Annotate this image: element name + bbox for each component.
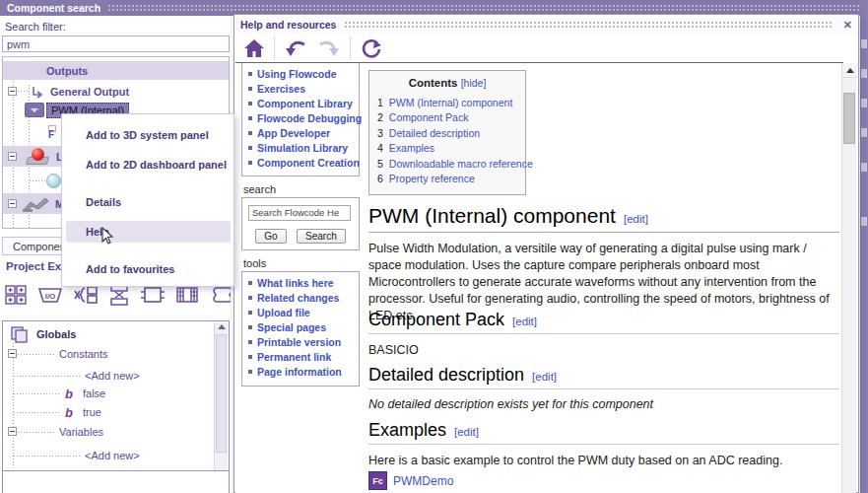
toc-link[interactable]: PWM (Internal) component [389, 97, 512, 108]
bullet-icon [248, 370, 252, 374]
bullet-icon [248, 311, 252, 315]
help-and-resources-window: Help and resources ✕ [234, 14, 859, 493]
help-scrollbar[interactable] [841, 63, 856, 493]
scrollbar-thumb[interactable] [843, 93, 855, 144]
tool-link[interactable]: Printable version [248, 335, 359, 350]
flowcode-app: Component search Search filter: Outputs … [0, 0, 868, 493]
scrollbar-track[interactable] [216, 334, 227, 453]
toc-link[interactable]: Detailed description [389, 127, 480, 139]
connection-points-icon[interactable] [4, 283, 29, 307]
close-icon[interactable]: ✕ [843, 19, 852, 32]
collapse-icon[interactable] [8, 427, 17, 436]
tool-link[interactable]: Related changes [248, 291, 359, 306]
nav-link[interactable]: App Developer [248, 125, 359, 140]
section-detailed-description: Detailed description[edit] [368, 365, 839, 389]
nav-link[interactable]: Simulation Library [248, 140, 359, 155]
nav-link[interactable]: Exercises [248, 81, 359, 96]
contents-title: Contents [409, 77, 458, 89]
back-button[interactable] [283, 37, 308, 59]
scroll-up-icon[interactable] [218, 324, 226, 329]
wiki-search-input[interactable] [248, 205, 351, 221]
bullet-icon [248, 161, 252, 165]
collapse-icon[interactable] [8, 152, 17, 161]
flowcode-file-icon: Fc [368, 471, 387, 490]
pages-icon [9, 325, 31, 343]
mouse-cursor [100, 227, 114, 246]
component-pack-text: BASICIO [368, 342, 839, 359]
toc-link[interactable]: Component Pack [389, 111, 469, 123]
edit-link[interactable]: [edit] [624, 213, 648, 225]
tree-item-add-new-constant[interactable]: <Add new> [3, 367, 140, 385]
led-icon [27, 148, 50, 165]
menu-item-help[interactable]: Help [66, 221, 231, 243]
tool-link[interactable]: What links here [248, 276, 359, 291]
help-toolbar [234, 35, 858, 62]
bool-type-icon: b [65, 387, 73, 401]
forward-button[interactable] [316, 37, 342, 59]
bullet-icon [248, 116, 252, 120]
bullet-icon [248, 281, 252, 285]
nav-link[interactable]: Flowcode Debugging [248, 110, 359, 125]
globals-panel: Globals Constants <Add new> b false b tr… [2, 320, 230, 486]
bullet-icon [248, 72, 252, 76]
menu-item-add-2d[interactable]: Add to 2D dashboard panel [66, 154, 231, 176]
bool-type-icon: b [65, 405, 73, 420]
tree-item-add-new-variable[interactable]: <Add new> [3, 447, 140, 464]
tree-item-globals[interactable]: Globals [3, 325, 76, 343]
bottom-empty-panel [2, 470, 230, 493]
tools-section-heading: tools [243, 257, 360, 269]
section-component-pack: Component Pack[edit] [368, 310, 839, 334]
collapse-icon[interactable] [8, 199, 17, 208]
scroll-up-icon [846, 68, 854, 73]
search-filter-input[interactable] [2, 35, 230, 52]
refresh-button[interactable] [359, 36, 384, 60]
output-branch-icon [32, 85, 46, 99]
menu-item-add-favourites[interactable]: Add to favourites [66, 258, 231, 280]
collapse-icon[interactable] [8, 349, 17, 358]
component-context-menu: Add to 3D system panel Add to 2D dashboa… [61, 113, 234, 287]
section-examples: Examples[edit] [368, 420, 839, 445]
edit-link[interactable]: [edit] [454, 426, 479, 438]
nav-link[interactable]: Using Flowcode [248, 66, 359, 81]
collapse-icon[interactable] [8, 87, 17, 96]
edit-link[interactable]: [edit] [532, 371, 557, 383]
toc-link[interactable]: Downloadable macro reference [389, 158, 533, 170]
pwmdemo-link[interactable]: PWMDemo [393, 474, 453, 488]
tree-item-false[interactable]: b false [3, 385, 105, 402]
home-button[interactable] [242, 37, 266, 59]
search-button[interactable]: Search [297, 229, 346, 244]
tool-link[interactable]: Special pages [248, 320, 359, 335]
bullet-icon [248, 87, 252, 91]
tree-item-outputs[interactable]: Outputs [3, 61, 229, 80]
bullet-icon [248, 355, 252, 359]
detailed-description-text: No detailed description exists yet for t… [368, 396, 839, 413]
toc-hide-link[interactable]: [hide] [461, 77, 487, 89]
scroll-up-button[interactable] [842, 63, 857, 78]
bullet-icon [248, 102, 252, 106]
tree-item-constants[interactable]: Constants [3, 345, 108, 363]
globals-scrollbar[interactable] [214, 322, 228, 484]
article-h1: PWM (Internal) component[edit] [368, 204, 839, 233]
edit-link[interactable]: [edit] [512, 316, 537, 327]
tool-link[interactable]: Upload file [248, 306, 359, 320]
titlebar-grip [344, 21, 833, 29]
nav-link[interactable]: Component Creation [248, 155, 359, 170]
toc-link[interactable]: Examples [389, 142, 434, 154]
tool-link[interactable]: Page information [248, 365, 359, 380]
help-window-titlebar[interactable]: Help and resources ✕ [234, 15, 858, 35]
tree-item-variables[interactable]: Variables [3, 423, 103, 441]
tree-item-true[interactable]: b true [3, 403, 101, 421]
menu-item-add-3d[interactable]: Add to 3D system panel [66, 124, 231, 146]
wiki-nav-box: Using Flowcode Exercises Component Libra… [241, 62, 360, 176]
nav-link[interactable]: Component Library [248, 96, 359, 110]
background-panel-edge [860, 0, 868, 493]
contents-box: Contents [hide] 1PWM (Internal) componen… [368, 70, 526, 195]
tree-item-general-output[interactable]: General Output [3, 82, 229, 101]
toc-link[interactable]: Property reference [389, 173, 475, 184]
tool-link[interactable]: Permanent link [248, 350, 359, 365]
go-button[interactable]: Go [255, 229, 286, 244]
example-file-row[interactable]: Fc PWMDemo [368, 471, 453, 490]
search-filter-label: Search filter: [5, 21, 66, 33]
bullet-icon [248, 340, 252, 344]
menu-item-details[interactable]: Details [66, 191, 231, 213]
